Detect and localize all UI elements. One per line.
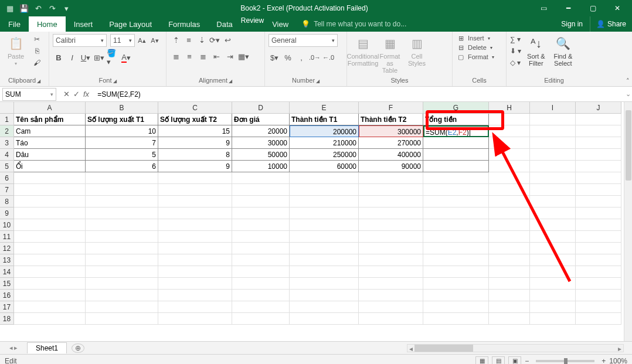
tab-file[interactable]: File — [0, 16, 29, 32]
cell[interactable]: 10000 — [232, 161, 290, 172]
increase-font-icon[interactable]: A▴ — [136, 35, 148, 46]
cell[interactable] — [232, 290, 290, 301]
cell[interactable]: Dâu — [14, 149, 86, 161]
row-header[interactable]: 5 — [0, 161, 13, 172]
cell[interactable] — [530, 231, 576, 243]
enter-formula-icon[interactable]: ✓ — [73, 90, 80, 98]
cell[interactable] — [576, 219, 621, 231]
tab-nav-next-icon[interactable]: ▸ — [14, 344, 18, 352]
autosum-button[interactable]: ∑ ▾ — [510, 34, 521, 45]
cell[interactable] — [530, 266, 576, 278]
row-header[interactable]: 1 — [0, 114, 13, 125]
cell[interactable] — [14, 184, 86, 196]
column-header[interactable]: G — [423, 102, 489, 113]
font-size-combo[interactable]: 11▾ — [110, 34, 135, 47]
cell[interactable] — [489, 161, 530, 172]
cell[interactable] — [359, 219, 423, 231]
cell[interactable]: 10 — [86, 125, 158, 137]
column-header[interactable]: H — [489, 102, 530, 113]
cell[interactable] — [158, 243, 232, 254]
cell[interactable]: 50000 — [232, 149, 290, 161]
cell[interactable] — [576, 149, 621, 161]
fx-icon[interactable]: fx — [83, 90, 89, 98]
tab-insert[interactable]: Insert — [66, 16, 101, 32]
cell[interactable]: 270000 — [359, 137, 423, 149]
align-center-icon[interactable]: ≡ — [184, 50, 195, 62]
cell[interactable] — [232, 278, 290, 290]
cell[interactable] — [423, 243, 489, 254]
cell[interactable] — [232, 266, 290, 278]
row-header[interactable]: 10 — [0, 219, 13, 231]
font-name-combo[interactable]: Calibri▾ — [53, 34, 107, 47]
cell[interactable] — [489, 184, 530, 196]
row-header[interactable]: 6 — [0, 172, 13, 184]
conditional-formatting-button[interactable]: ▤Conditional Formatting — [351, 34, 375, 67]
cell[interactable] — [14, 290, 86, 301]
cell[interactable] — [359, 172, 423, 184]
cell[interactable] — [576, 301, 621, 313]
tab-review[interactable]: Review — [241, 16, 264, 32]
cell[interactable] — [359, 290, 423, 301]
cell[interactable] — [290, 290, 359, 301]
accounting-format-icon[interactable]: $▾ — [269, 52, 280, 63]
redo-icon[interactable]: ↷ — [46, 2, 59, 15]
normal-view-icon[interactable]: ▦ — [475, 356, 488, 365]
cell[interactable] — [423, 266, 489, 278]
fill-color-button[interactable]: 🪣▾ — [107, 52, 118, 63]
cell[interactable] — [530, 290, 576, 301]
row-header[interactable]: 12 — [0, 243, 13, 254]
cell[interactable] — [423, 278, 489, 290]
cell[interactable] — [423, 137, 489, 149]
orientation-icon[interactable]: ⟳▾ — [209, 34, 220, 46]
cell[interactable] — [489, 254, 530, 266]
zoom-level[interactable]: 100% — [609, 357, 627, 365]
column-header[interactable]: J — [576, 102, 621, 113]
cell[interactable] — [530, 161, 576, 172]
cell[interactable]: 200000 — [290, 125, 359, 137]
cell[interactable] — [530, 254, 576, 266]
cell[interactable]: Đơn giá — [232, 114, 290, 125]
cell[interactable]: 6 — [86, 161, 158, 172]
close-icon[interactable]: ✕ — [606, 0, 628, 16]
cell[interactable] — [290, 207, 359, 219]
cell[interactable] — [530, 301, 576, 313]
cancel-formula-icon[interactable]: ✕ — [63, 90, 70, 98]
cell[interactable] — [576, 196, 621, 207]
cell[interactable] — [290, 172, 359, 184]
undo-icon[interactable]: ↶ — [32, 2, 45, 15]
cell[interactable] — [14, 172, 86, 184]
cell[interactable]: 300000 — [359, 125, 423, 137]
cell[interactable] — [530, 149, 576, 161]
cell[interactable] — [359, 254, 423, 266]
cell[interactable] — [86, 301, 158, 313]
insert-cells-button[interactable]: ⊞Insert▾ — [456, 34, 494, 42]
cell[interactable] — [14, 301, 86, 313]
format-painter-icon[interactable]: 🖌 — [30, 57, 43, 68]
cell[interactable] — [158, 184, 232, 196]
cell[interactable] — [290, 219, 359, 231]
row-header[interactable]: 3 — [0, 137, 13, 149]
select-all-corner[interactable] — [0, 102, 14, 114]
cell[interactable] — [489, 125, 530, 137]
cell[interactable] — [14, 243, 86, 254]
cell[interactable] — [232, 231, 290, 243]
cell[interactable] — [14, 219, 86, 231]
cell[interactable] — [14, 207, 86, 219]
cell[interactable] — [86, 243, 158, 254]
dialog-launcher-icon[interactable]: ◢ — [229, 79, 232, 84]
cell[interactable] — [290, 184, 359, 196]
column-header[interactable]: E — [290, 102, 359, 113]
decrease-font-icon[interactable]: A▾ — [149, 35, 161, 46]
tab-pagelayout[interactable]: Page Layout — [101, 16, 160, 32]
cell[interactable] — [86, 207, 158, 219]
cell[interactable] — [359, 278, 423, 290]
fill-button[interactable]: ⬇ ▾ — [510, 46, 521, 56]
cell[interactable] — [530, 196, 576, 207]
cell[interactable]: 210000 — [290, 137, 359, 149]
zoom-in-button[interactable]: + — [602, 357, 606, 365]
minimize-icon[interactable]: ━ — [557, 0, 579, 16]
cell[interactable]: 9 — [158, 161, 232, 172]
cell[interactable] — [489, 278, 530, 290]
row-header[interactable]: 9 — [0, 207, 13, 219]
cell[interactable] — [576, 114, 621, 125]
